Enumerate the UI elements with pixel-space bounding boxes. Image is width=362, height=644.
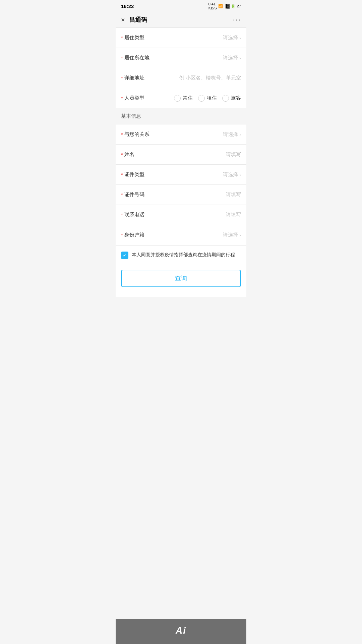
required-star: * — [121, 55, 123, 61]
required-star: * — [121, 75, 123, 81]
radio-option-visitor[interactable]: 旅客 — [222, 95, 241, 102]
residence-type-value[interactable]: 请选择 › — [223, 35, 241, 41]
required-star: * — [121, 192, 123, 198]
checkmark-icon: ✓ — [123, 253, 127, 258]
name-label: *姓名 — [121, 151, 134, 158]
form-container: *居住类型 请选择 › *居住所在地 请选择 › *详细地址 例:小区名、楼栋号… — [116, 28, 246, 297]
relationship-value[interactable]: 请选择 › — [223, 131, 241, 138]
phone-placeholder[interactable]: 请填写 — [226, 212, 241, 218]
required-star: * — [121, 131, 123, 137]
status-time: 16:22 — [121, 3, 134, 9]
page-title: 昌通码 — [129, 16, 147, 24]
close-button[interactable]: × — [121, 16, 125, 24]
radio-label-visitor: 旅客 — [231, 95, 241, 101]
radio-option-rent[interactable]: 租住 — [198, 95, 217, 102]
ai-bar: Ai — [116, 619, 246, 644]
chevron-icon: › — [239, 55, 241, 61]
id-number-placeholder[interactable]: 请填写 — [226, 192, 241, 198]
residence-location-label: *居住所在地 — [121, 55, 149, 61]
section-header-basic: 基本信息 — [116, 108, 246, 124]
origin-label: *身份户籍 — [121, 232, 144, 238]
signal-icon: ▐▓ — [224, 4, 230, 8]
status-icons: 0.41KB/S 📶 ▐▓ 🔋 27 — [208, 2, 241, 10]
person-type-label: *人员类型 — [121, 95, 144, 101]
chevron-icon: › — [239, 172, 241, 177]
consent-row: ✓ 本人同意并授权疫情指挥部查询在疫情期间的行程 — [116, 245, 246, 264]
person-type-row: *人员类型 常住 租住 旅客 — [116, 88, 246, 108]
required-star: * — [121, 172, 123, 177]
status-bar: 16:22 0.41KB/S 📶 ▐▓ 🔋 27 — [116, 0, 246, 12]
consent-text: 本人同意并授权疫情指挥部查询在疫情期间的行程 — [132, 251, 235, 258]
id-type-row[interactable]: *证件类型 请选择 › — [116, 165, 246, 185]
origin-value[interactable]: 请选择 › — [223, 232, 241, 238]
id-type-value[interactable]: 请选择 › — [223, 171, 241, 178]
radio-label-rent: 租住 — [207, 95, 217, 101]
phone-label: *联系电话 — [121, 212, 144, 218]
nav-left: × 昌通码 — [121, 16, 147, 24]
chevron-icon: › — [239, 35, 241, 41]
ai-label: Ai — [176, 625, 186, 636]
name-row: *姓名 请填写 — [116, 145, 246, 165]
required-star: * — [121, 232, 123, 238]
radio-circle-visitor — [222, 95, 229, 102]
required-star: * — [121, 152, 123, 157]
battery-level: 27 — [237, 4, 241, 8]
residence-type-label: *居住类型 — [121, 35, 144, 41]
radio-circle-resident — [174, 95, 181, 102]
required-star: * — [121, 212, 123, 218]
relationship-label: *与您的关系 — [121, 131, 149, 138]
origin-row[interactable]: *身份户籍 请选择 › — [116, 225, 246, 245]
required-star: * — [121, 35, 123, 41]
address-detail-label: *详细地址 — [121, 75, 144, 81]
more-button[interactable]: ··· — [233, 15, 241, 24]
id-number-label: *证件号码 — [121, 192, 144, 198]
radio-label-resident: 常住 — [183, 95, 193, 101]
submit-button[interactable]: 查询 — [121, 270, 241, 287]
radio-option-resident[interactable]: 常住 — [174, 95, 193, 102]
residence-location-value[interactable]: 请选择 › — [223, 55, 241, 61]
id-type-label: *证件类型 — [121, 171, 144, 178]
address-detail-placeholder[interactable]: 例:小区名、楼栋号、单元室 — [179, 75, 241, 81]
submit-section: 查询 — [116, 264, 246, 297]
wifi-icon: 📶 — [218, 4, 223, 8]
radio-circle-rent — [198, 95, 205, 102]
address-detail-row: *详细地址 例:小区名、楼栋号、单元室 — [116, 68, 246, 88]
person-type-radio-group: 常住 租住 旅客 — [174, 95, 241, 102]
consent-checkbox[interactable]: ✓ — [121, 252, 128, 259]
phone-row: *联系电话 请填写 — [116, 205, 246, 225]
residence-location-row[interactable]: *居住所在地 请选择 › — [116, 48, 246, 68]
required-star: * — [121, 95, 123, 101]
id-number-row: *证件号码 请填写 — [116, 185, 246, 205]
relationship-row[interactable]: *与您的关系 请选择 › — [116, 124, 246, 145]
chevron-icon: › — [239, 132, 241, 137]
chevron-icon: › — [239, 232, 241, 238]
residence-type-row[interactable]: *居住类型 请选择 › — [116, 28, 246, 48]
nav-bar: × 昌通码 ··· — [116, 12, 246, 28]
name-placeholder[interactable]: 请填写 — [226, 151, 241, 158]
network-speed: 0.41KB/S — [208, 2, 217, 10]
battery-icon: 🔋 — [231, 4, 236, 8]
